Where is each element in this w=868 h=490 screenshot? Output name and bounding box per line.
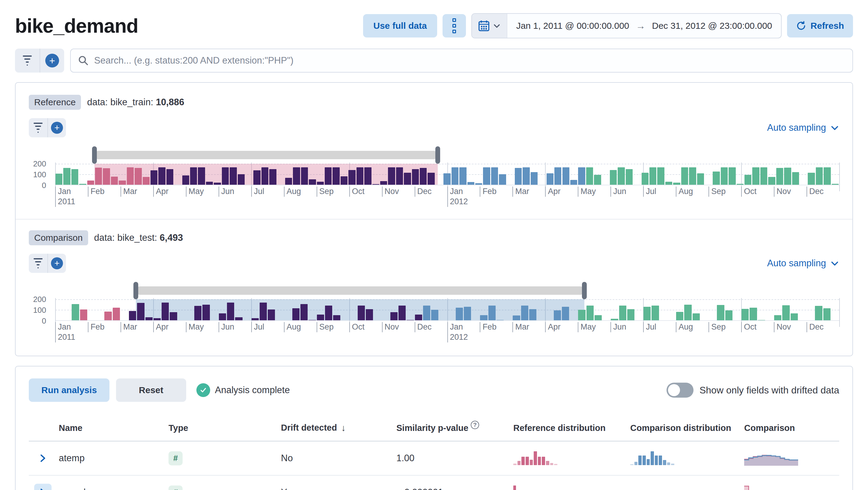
field-type: #: [168, 486, 281, 490]
y-tick-label: 0: [42, 181, 46, 190]
reference-data-label: data: bike_train: 10,886: [87, 97, 184, 108]
comparison-add-filter-button[interactable]: +: [48, 254, 66, 273]
column-header-label: Similarity p-value: [396, 423, 468, 433]
histogram-bar: [717, 305, 724, 320]
run-analysis-button[interactable]: Run analysis: [29, 378, 110, 402]
month-tick-label: Mar: [121, 322, 137, 332]
refresh-icon: [796, 21, 806, 31]
date-range-arrow-icon: →: [636, 21, 646, 31]
mini-distribution-chart: [513, 486, 558, 490]
histogram-bar: [665, 182, 672, 185]
comparison-overlay-cell: [744, 485, 839, 490]
brush-handle-left[interactable]: [92, 146, 97, 164]
histogram-bar: [333, 167, 339, 185]
expand-row-button[interactable]: [34, 450, 52, 467]
x-axis-labels: Jan2011FebMarAprMayJunJulAugSepOctNovDec…: [55, 321, 839, 344]
month-tick-label: Aug: [676, 186, 693, 197]
column-header-comparison-distribution[interactable]: Comparison distribution: [630, 423, 744, 433]
brush-handle-right[interactable]: [582, 282, 587, 299]
drifted-only-toggle[interactable]: [666, 382, 693, 398]
column-header-comparison[interactable]: Comparison: [744, 423, 839, 433]
month-tick-label: Jun: [611, 322, 626, 332]
mini-bar: [647, 459, 650, 465]
histogram-bar: [194, 306, 202, 320]
reference-sampling-dropdown[interactable]: Auto sampling: [767, 122, 839, 133]
header-controls: Use full data: [363, 13, 853, 38]
blue-area: [744, 455, 798, 466]
histogram-bar: [72, 304, 79, 320]
histogram-bar: [728, 167, 736, 185]
analysis-actions: Run analysis Reset Analysis complete Sho…: [29, 378, 839, 402]
column-header-type[interactable]: Type: [168, 423, 281, 433]
comparison-filter-button[interactable]: [29, 254, 48, 273]
column-header-similarity-p-value[interactable]: Similarity p-value?: [396, 423, 513, 433]
brush-track[interactable]: [94, 151, 438, 159]
search-input[interactable]: [94, 55, 845, 66]
date-range-values: Jan 1, 2011 @ 00:00:00.000 → Dec 31, 201…: [507, 21, 781, 31]
brush-handle-left[interactable]: [133, 282, 138, 299]
reset-button[interactable]: Reset: [116, 378, 186, 402]
end-date-button[interactable]: Dec 31, 2012 @ 23:00:00.000: [652, 21, 772, 31]
x-axis-labels: Jan2011FebMarAprMayJunJulAugSepOctNovDec…: [55, 185, 839, 208]
histogram-bar: [325, 306, 332, 320]
histogram-bar: [261, 167, 268, 185]
histogram-bar: [95, 167, 102, 185]
histogram-bar: [790, 313, 798, 320]
refresh-label: Refresh: [810, 21, 844, 31]
histogram-bar: [143, 177, 150, 185]
month-tick-label: Aug: [284, 186, 301, 197]
histogram-bar: [222, 167, 229, 185]
column-header-drift-detected[interactable]: Drift detected↓: [281, 423, 396, 433]
month-tick-label: Apr: [545, 322, 560, 332]
boxes-vertical-icon-button[interactable]: [442, 14, 466, 37]
histogram-bar: [206, 182, 213, 185]
histogram-bar: [151, 170, 157, 185]
reference-distribution-cell: [513, 486, 630, 490]
mini-bar: [554, 464, 557, 465]
column-header-name[interactable]: Name: [59, 423, 168, 433]
histogram-bar: [578, 310, 585, 320]
histogram-bar: [642, 173, 649, 185]
start-date-button[interactable]: Jan 1, 2011 @ 00:00:00.000: [516, 21, 629, 31]
histogram-bar: [431, 310, 438, 320]
histogram-bar: [348, 170, 355, 185]
calendar-dropdown-button[interactable]: [472, 14, 507, 38]
histogram-bar: [154, 318, 161, 320]
column-header-reference-distribution[interactable]: Reference distribution: [513, 423, 630, 433]
reference-filter-button[interactable]: [29, 118, 48, 137]
histogram-bar: [103, 168, 110, 185]
mini-bar: [530, 460, 533, 465]
query-filter-group: +: [15, 49, 64, 72]
histogram-bar: [372, 184, 379, 185]
brush-track[interactable]: [136, 286, 584, 295]
month-tick-label: Jul: [251, 322, 265, 332]
histogram-bar: [491, 167, 498, 185]
histogram-bar: [823, 308, 831, 320]
refresh-button[interactable]: Refresh: [787, 14, 853, 37]
y-tick-label: 200: [33, 159, 46, 169]
brush-handle-right[interactable]: [435, 146, 440, 164]
month-tick-label: Oct: [741, 322, 756, 332]
month-tick-label: Apr: [545, 186, 560, 197]
mini-bar: [663, 460, 666, 465]
number-type-badge: #: [168, 451, 183, 465]
comparison-sampling-dropdown[interactable]: Auto sampling: [767, 258, 839, 269]
histogram-bar: [253, 170, 260, 185]
filter-button[interactable]: [15, 49, 39, 72]
month-tick-label: Sep: [709, 186, 725, 197]
comparison-distribution-cell: [630, 451, 744, 465]
drift-table: NameTypeDrift detected↓Similarity p-valu…: [29, 415, 839, 490]
reference-add-filter-button[interactable]: +: [48, 118, 66, 137]
add-filter-button[interactable]: +: [39, 49, 64, 72]
use-full-data-button[interactable]: Use full data: [363, 14, 437, 37]
p-value: < 0.000001: [396, 487, 513, 490]
month-tick-label: Jun: [219, 322, 235, 332]
expand-row-button[interactable]: [34, 484, 52, 490]
histogram-bar: [137, 303, 144, 320]
y-axis-labels: 2001000: [29, 299, 50, 321]
search-row: +: [15, 49, 853, 72]
histogram-bar: [63, 168, 70, 185]
mini-bar: [513, 486, 516, 490]
histogram-bar: [752, 167, 759, 185]
month-tick-label: Jul: [251, 186, 265, 197]
